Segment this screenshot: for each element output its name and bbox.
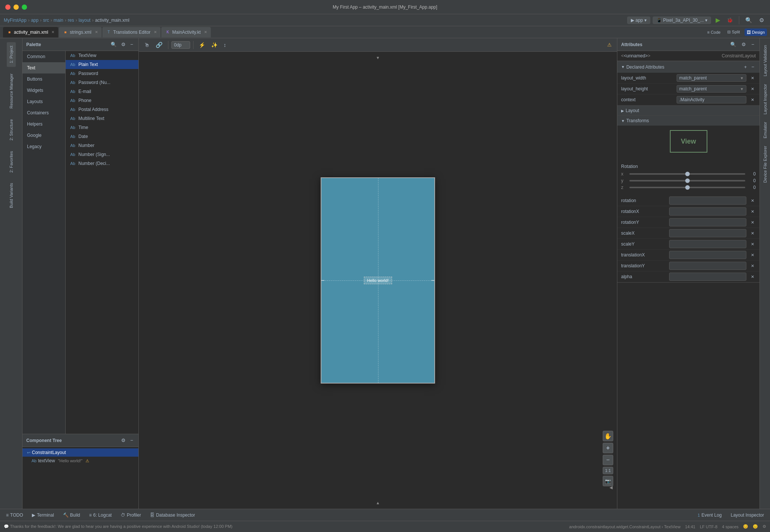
- scaley-field[interactable]: [669, 240, 746, 248]
- breadcrumb-main[interactable]: main: [54, 18, 63, 23]
- zoom-out-button[interactable]: −: [603, 455, 613, 465]
- add-attribute-button[interactable]: +: [743, 63, 749, 70]
- breadcrumb-app[interactable]: app: [31, 18, 39, 23]
- palette-cat-google[interactable]: Google: [23, 130, 65, 141]
- translationx-clear-button[interactable]: ✕: [749, 252, 756, 258]
- tree-item-textview[interactable]: Ab textView "Hello world!" ⚠: [23, 457, 138, 465]
- palette-cat-containers[interactable]: Containers: [23, 107, 65, 118]
- debug-button[interactable]: 🐞: [725, 16, 735, 24]
- layout-width-dropdown-icon[interactable]: ▼: [740, 76, 744, 80]
- palette-settings-button[interactable]: ⚙: [120, 41, 127, 48]
- context-clear-button[interactable]: ✕: [749, 97, 756, 103]
- palette-item-date[interactable]: Ab Date: [66, 132, 138, 141]
- rotationx-clear-button[interactable]: ✕: [749, 208, 756, 215]
- alpha-field[interactable]: [669, 273, 746, 281]
- palette-item-postal[interactable]: Ab Postal Address: [66, 105, 138, 114]
- minimize-button[interactable]: [14, 4, 19, 10]
- attr-val-context[interactable]: .MainActivity: [677, 96, 746, 103]
- y-slider[interactable]: [629, 180, 745, 181]
- breadcrumb-layout[interactable]: layout: [78, 18, 90, 23]
- palette-item-number-dec[interactable]: Ab Number (Deci...: [66, 159, 138, 168]
- logcat-button[interactable]: ≡ 6: Logcat: [87, 512, 114, 519]
- palette-cat-common[interactable]: Common: [23, 51, 65, 62]
- zoom-level[interactable]: 1:1: [603, 467, 613, 474]
- rotation-field[interactable]: [669, 196, 746, 205]
- arrows-button[interactable]: ↕: [221, 40, 228, 49]
- attr-val-layout-width[interactable]: match_parent ▼: [677, 74, 746, 82]
- screenshot-button[interactable]: 📷: [603, 476, 613, 486]
- attributes-search-button[interactable]: 🔍: [729, 41, 738, 48]
- rotationx-field[interactable]: [669, 207, 746, 216]
- palette-cat-buttons[interactable]: Buttons: [23, 73, 65, 85]
- split-view-button[interactable]: ⊟ Split: [725, 28, 742, 36]
- run-config-selector[interactable]: ▶ app ▾: [627, 16, 650, 24]
- maximize-button[interactable]: [22, 4, 27, 10]
- z-slider[interactable]: [629, 187, 745, 188]
- auto-connect-button[interactable]: ⚡: [197, 40, 207, 49]
- scalex-clear-button[interactable]: ✕: [749, 230, 756, 237]
- palette-item-password-num[interactable]: Ab Password (Nu...: [66, 78, 138, 87]
- palette-cat-helpers[interactable]: Helpers: [23, 118, 65, 130]
- build-button[interactable]: 🔨 Build: [61, 512, 83, 519]
- attributes-settings-button[interactable]: ⚙: [740, 41, 747, 48]
- palette-search-button[interactable]: 🔍: [109, 41, 118, 48]
- translationy-field[interactable]: [669, 262, 746, 270]
- profiler-button[interactable]: ⏱ Profiler: [119, 512, 143, 519]
- alpha-clear-button[interactable]: ✕: [749, 274, 756, 280]
- palette-item-multiline[interactable]: Ab Multiline Text: [66, 114, 138, 123]
- palette-cat-layouts[interactable]: Layouts: [23, 96, 65, 107]
- tab-close-3-icon[interactable]: ✕: [154, 30, 157, 34]
- device-selector[interactable]: 📱 Pixel_3a_API_30_... ▾: [653, 16, 711, 24]
- x-slider[interactable]: [629, 173, 745, 175]
- palette-cat-text[interactable]: Text: [23, 62, 65, 73]
- sidebar-item-build-variants[interactable]: Build Variants: [7, 179, 16, 212]
- layout-width-clear-button[interactable]: ✕: [749, 75, 756, 81]
- layout-inspector-tab[interactable]: Layout Inspector: [761, 81, 769, 117]
- sidebar-item-project[interactable]: 1: Project: [7, 42, 16, 67]
- terminal-button[interactable]: ▶ Terminal: [30, 512, 56, 519]
- translationx-field[interactable]: [669, 251, 746, 259]
- palette-item-number[interactable]: Ab Number: [66, 141, 138, 150]
- breadcrumb-project[interactable]: MyFirstApp: [4, 18, 27, 23]
- palette-cat-legacy[interactable]: Legacy: [23, 141, 65, 152]
- layout-height-dropdown-icon[interactable]: ▼: [740, 87, 744, 91]
- palette-item-number-sign[interactable]: Ab Number (Sign...: [66, 150, 138, 159]
- sidebar-item-structure[interactable]: 2: Structure: [7, 115, 16, 144]
- tab-close-2-icon[interactable]: ✕: [95, 30, 98, 34]
- tab-strings[interactable]: ■ strings.xml ✕: [59, 27, 101, 37]
- tree-settings-button[interactable]: ⚙: [120, 437, 127, 444]
- palette-item-email[interactable]: Ab E-mail: [66, 87, 138, 96]
- tab-mainactivity[interactable]: K MainActivity.kt ✕: [161, 27, 211, 37]
- layout-validation-tab[interactable]: Layout Validation: [761, 42, 769, 79]
- device-file-explorer-tab[interactable]: Device File Explorer: [761, 143, 769, 186]
- emulator-tab[interactable]: Emulator: [761, 119, 769, 141]
- code-view-button[interactable]: ≡ Code: [705, 28, 723, 36]
- declared-section-header[interactable]: ▼ Declared Attributes + −: [617, 61, 759, 73]
- palette-cat-widgets[interactable]: Widgets: [23, 85, 65, 96]
- margin-input[interactable]: [171, 41, 190, 49]
- breadcrumb-file[interactable]: activity_main.xml: [95, 18, 129, 23]
- design-view-button[interactable]: 🖼 Design: [744, 28, 767, 36]
- breadcrumb-res[interactable]: res: [68, 18, 74, 23]
- layout-height-clear-button[interactable]: ✕: [749, 86, 756, 92]
- scalex-field[interactable]: [669, 229, 746, 237]
- database-inspector-button[interactable]: 🗄 Database Inspector: [148, 512, 197, 519]
- tab-close-icon[interactable]: ✕: [51, 30, 54, 34]
- palette-item-time[interactable]: Ab Time: [66, 123, 138, 132]
- transforms-section-header[interactable]: ▼ Transforms: [617, 116, 759, 126]
- palette-item-textview[interactable]: Ab TextView: [66, 51, 138, 60]
- search-everywhere-button[interactable]: 🔍: [743, 15, 755, 25]
- palette-item-phone[interactable]: Ab Phone: [66, 96, 138, 105]
- magic-wand-button[interactable]: ✨: [209, 40, 220, 49]
- event-log-button[interactable]: 1 Event Log: [695, 512, 724, 519]
- palette-item-plaintext[interactable]: Ab Plain Text: [66, 60, 138, 69]
- run-button[interactable]: ▶: [713, 15, 722, 25]
- palette-minimize-button[interactable]: −: [129, 41, 135, 48]
- tab-translations[interactable]: T Translations Editor ✕: [102, 27, 161, 37]
- sidebar-item-favorites[interactable]: 2: Favorites: [7, 147, 16, 176]
- close-button[interactable]: [5, 4, 11, 10]
- attributes-minimize-button[interactable]: −: [750, 41, 756, 48]
- settings-button[interactable]: ⚙: [757, 15, 766, 25]
- layout-inspector-bottom-button[interactable]: Layout Inspector: [728, 512, 766, 519]
- attr-val-layout-height[interactable]: match_parent ▼: [677, 85, 746, 93]
